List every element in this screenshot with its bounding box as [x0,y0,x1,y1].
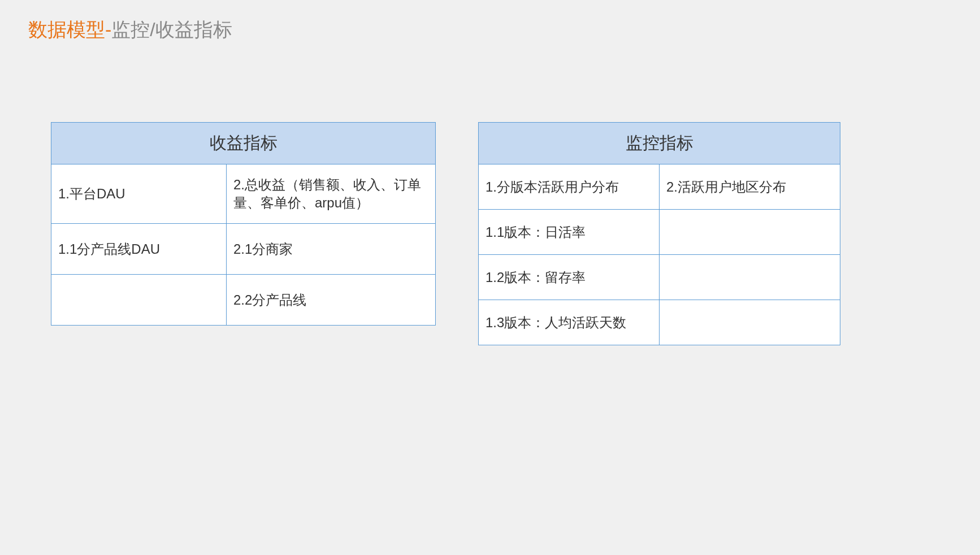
revenue-cell: 1.1分产品线DAU [51,224,227,275]
tables-container: 收益指标 1.平台DAU 2.总收益（销售额、收入、订单量、客单价、arpu值）… [28,66,952,345]
page-title: 数据模型-监控/收益指标 [28,17,952,43]
monitor-table-header: 监控指标 [479,123,840,164]
revenue-table: 收益指标 1.平台DAU 2.总收益（销售额、收入、订单量、客单价、arpu值）… [51,122,436,326]
monitor-cell [660,300,840,345]
revenue-table-header: 收益指标 [51,123,436,164]
slide: 数据模型-监控/收益指标 收益指标 1.平台DAU 2.总收益（销售额、收入、订… [0,0,980,555]
revenue-cell: 1.平台DAU [51,164,227,224]
monitor-cell: 1.3版本：人均活跃天数 [479,300,660,345]
monitor-cell [660,210,840,255]
revenue-cell: 2.总收益（销售额、收入、订单量、客单价、arpu值） [227,164,436,224]
monitor-cell: 2.活跃用户地区分布 [660,164,840,210]
title-part2: 监控/收益指标 [111,19,232,40]
monitor-table: 监控指标 1.分版本活跃用户分布 2.活跃用户地区分布 1.1版本：日活率 1.… [478,122,840,345]
monitor-cell [660,255,840,300]
monitor-table-wrap: 监控指标 1.分版本活跃用户分布 2.活跃用户地区分布 1.1版本：日活率 1.… [478,122,840,345]
title-part1: 数据模型- [28,19,111,40]
monitor-cell: 1.1版本：日活率 [479,210,660,255]
revenue-cell: 2.2分产品线 [227,275,436,326]
monitor-cell: 1.分版本活跃用户分布 [479,164,660,210]
revenue-cell: 2.1分商家 [227,224,436,275]
monitor-cell: 1.2版本：留存率 [479,255,660,300]
revenue-cell [51,275,227,326]
revenue-table-wrap: 收益指标 1.平台DAU 2.总收益（销售额、收入、订单量、客单价、arpu值）… [51,122,436,345]
